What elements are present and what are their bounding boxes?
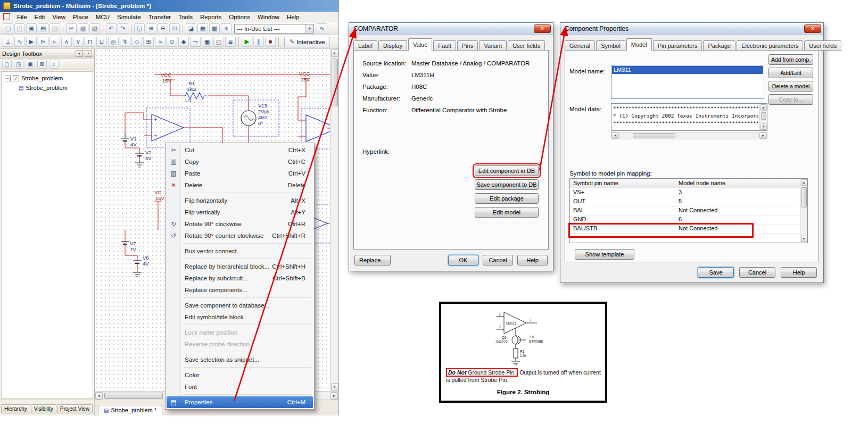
model-button[interactable]: Add from comp. [768, 54, 813, 65]
place-rf-icon[interactable]: ≈ [155, 37, 166, 47]
scroll-up-icon[interactable]: ▲ [331, 49, 338, 57]
menu-item[interactable]: Transfer [145, 13, 175, 21]
context-menu-item[interactable]: ↺ Rotate 90° counter clockwise Ctrl+Shif… [167, 230, 313, 242]
place-power-icon[interactable]: ↯ [120, 37, 130, 47]
model-data-box[interactable]: ****************************************… [611, 103, 767, 131]
sheet-tab[interactable]: ▤ Strobe_problem * [98, 405, 162, 416]
place-mcu-icon[interactable]: ▣ [202, 37, 212, 47]
menu-item[interactable]: Help [283, 13, 303, 21]
tab[interactable]: Value [408, 38, 432, 51]
tab[interactable]: Display [378, 40, 407, 51]
place-ttl-icon[interactable]: ∧ [61, 37, 72, 47]
postprocessor-icon[interactable]: ∿ [317, 23, 327, 34]
action-button[interactable]: Edit package [475, 193, 539, 204]
context-menu-item[interactable]: Color [167, 369, 313, 381]
column-header[interactable]: Symbol pin name [570, 179, 675, 188]
action-button[interactable]: Save component to DB [475, 179, 539, 190]
visibility-checkbox[interactable]: ✓ [13, 75, 19, 81]
place-connector-icon[interactable]: ⊸ [190, 37, 201, 47]
scroll-down-icon[interactable]: ▼ [801, 236, 807, 242]
context-menu-item[interactable] [167, 350, 313, 354]
pin-mapping-row[interactable]: BAL Not Connected [570, 206, 800, 215]
context-menu-item[interactable] [167, 191, 313, 195]
menu-item[interactable]: Window [254, 13, 283, 21]
tab[interactable]: Model [626, 38, 652, 51]
db-new-icon[interactable]: ▢ [2, 60, 12, 69]
pin-mapping-row[interactable]: VS+ 3 [570, 188, 800, 197]
place-hierarchical-icon[interactable]: ◰ [213, 37, 224, 47]
database-manager-icon[interactable]: ▩ [209, 23, 220, 34]
scroll-left-icon[interactable]: ◄ [611, 132, 619, 139]
model-button[interactable]: Delete a model [768, 81, 813, 92]
tab[interactable]: Fault [433, 40, 456, 51]
tab[interactable]: Electronic parameters [737, 40, 803, 51]
context-menu-item[interactable]: Bus vector connect... [167, 245, 313, 257]
scroll-left-icon[interactable]: ◄ [95, 392, 103, 400]
scroll-up-icon[interactable]: ▲ [760, 104, 767, 111]
place-ni-icon[interactable]: ◆ [178, 37, 189, 47]
context-menu-item[interactable]: ▧ Paste Ctrl+V [167, 168, 313, 179]
tree-item-project[interactable]: − ✓ Strobe_problem [2, 73, 93, 83]
interactive-button[interactable]: ✎ Interactive [284, 37, 330, 47]
place-transistor-icon[interactable]: ⊳ [38, 37, 48, 47]
zoom-area-icon[interactable]: ⊡ [169, 23, 180, 34]
new-icon[interactable]: ▢ [3, 23, 13, 34]
undo-icon[interactable]: ↶ [106, 23, 117, 34]
context-menu-item[interactable]: Lock name position [167, 327, 313, 338]
pin-mapping-row[interactable]: BAL/STB Not Connected [570, 225, 800, 234]
tab[interactable]: Package [703, 40, 735, 51]
place-indicator-icon[interactable]: ◎ [108, 37, 119, 47]
tab[interactable]: Pins [457, 40, 478, 51]
panel-tab[interactable]: Visibility [31, 404, 56, 413]
context-menu-item[interactable]: ↻ Rotate 90° clockwise Ctrl+R [167, 218, 313, 230]
close-button[interactable]: × [534, 24, 551, 33]
context-menu-item[interactable] [167, 323, 313, 327]
pause-icon[interactable]: ∥ [253, 37, 264, 47]
context-menu-item[interactable]: ▤ Properties Ctrl+M [167, 396, 313, 408]
tree-item-sheet[interactable]: ▤ Strobe_problem [2, 83, 93, 93]
menu-item[interactable]: Place [69, 13, 92, 21]
print-preview-icon[interactable]: ◫ [49, 23, 60, 34]
pin-mapping-row[interactable]: GND 6 [570, 215, 800, 225]
context-menu-item[interactable]: × Delete Delete [167, 179, 313, 191]
model-data-vscrollbar[interactable]: ▲ ▼ [759, 104, 767, 130]
menu-item[interactable]: View [48, 13, 69, 21]
model-button[interactable]: Copy to... [768, 94, 813, 105]
place-misc-icon[interactable]: ◇ [131, 37, 142, 47]
db-save-icon[interactable]: ▣ [26, 60, 35, 69]
dialog-titlebar[interactable]: Component Properties × [560, 23, 823, 35]
pin-mapping-row[interactable]: OUT 5 [570, 197, 800, 206]
menu-item[interactable]: Tools [175, 13, 196, 21]
in-use-list-combo[interactable]: --- In-Use List --- ▼ [234, 24, 314, 34]
menu-item[interactable]: File [13, 13, 31, 21]
dialog-button[interactable]: Help [517, 255, 548, 265]
context-menu-item[interactable]: Flip horizontally Alt+X [167, 195, 313, 206]
place-misc-digital-icon[interactable]: ⊓ [85, 37, 95, 47]
place-source-icon[interactable]: ⊥ [3, 37, 13, 47]
db-options-icon[interactable]: ≡ [49, 60, 59, 69]
stop-icon[interactable]: ■ [265, 37, 276, 47]
context-menu-item[interactable] [167, 296, 313, 300]
toolbar-separator[interactable] [131, 24, 131, 34]
context-menu-item[interactable]: Reverse probe direction [167, 338, 313, 350]
tab[interactable]: Pin parameters [653, 40, 702, 51]
dialog-button[interactable]: Cancel [483, 255, 513, 265]
collapse-icon[interactable]: − [5, 76, 11, 81]
scrollbar-thumb[interactable] [761, 112, 766, 120]
context-menu-item[interactable]: Replace components... [167, 284, 313, 296]
context-menu-item[interactable]: ▥ Copy Ctrl+C [167, 156, 313, 168]
toolbar-separator[interactable] [63, 24, 63, 34]
toolbar-separator[interactable] [103, 24, 103, 34]
menu-item[interactable]: MCU [92, 13, 113, 21]
print-icon[interactable]: ▤ [38, 23, 48, 34]
menu-item[interactable]: Simulate [113, 13, 145, 21]
dialog-button[interactable]: Cancel [739, 267, 775, 278]
close-icon[interactable]: × [85, 50, 92, 57]
model-name-list[interactable]: LM311 [611, 65, 764, 99]
tab[interactable]: User fields [804, 40, 841, 51]
paste-icon[interactable]: ▧ [89, 23, 100, 34]
place-bus-icon[interactable]: ≣ [225, 37, 236, 47]
context-menu-item[interactable]: Replace by subcircuit... Ctrl+Shift+B [167, 272, 313, 284]
window-titlebar[interactable]: Strobe_problem - Multisim - [Strobe_prob… [0, 0, 338, 12]
component-wizard-icon[interactable]: ∗ [221, 23, 232, 34]
